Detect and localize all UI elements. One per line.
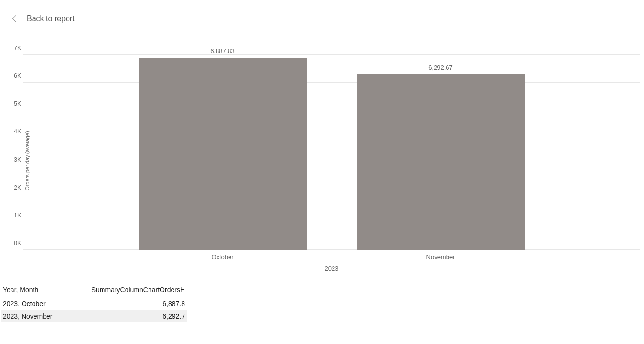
plot-area: 6,887.836,292.67 (23, 55, 640, 250)
bar-column: 6,292.67 (357, 74, 525, 250)
back-to-report-link[interactable]: Back to report (27, 14, 75, 23)
bar-column: 6,887.83 (139, 58, 307, 250)
x-axis-group-label: 2023 (23, 265, 640, 272)
table-cell-value: 6,292.7 (67, 312, 187, 320)
table-cell-label: 2023, October (1, 300, 67, 308)
table-row[interactable]: 2023, October6,887.8 (1, 297, 187, 310)
y-tick-label: 6K (14, 72, 21, 79)
table-cell-label: 2023, November (1, 312, 67, 320)
bar-value-label: 6,292.67 (357, 64, 525, 71)
y-tick-label: 5K (14, 100, 21, 107)
x-tick-label: November (357, 253, 525, 261)
y-tick-label: 1K (14, 212, 21, 219)
bar-value-label: 6,887.83 (139, 47, 307, 55)
x-axis-ticks: OctoberNovember (23, 253, 640, 261)
x-tick-label: October (139, 253, 307, 261)
y-tick-label: 7K (14, 45, 21, 51)
bar[interactable] (139, 58, 307, 250)
breadcrumb-header: Back to report (0, 0, 644, 23)
table-row[interactable]: 2023, November6,292.7 (1, 310, 187, 322)
y-tick-label: 4K (14, 128, 21, 135)
y-tick-label: 0K (14, 240, 21, 247)
table-header-value[interactable]: SummaryColumnChartOrdersH (67, 286, 187, 294)
table-cell-value: 6,887.8 (67, 300, 187, 308)
table-header-row: Year, Month SummaryColumnChartOrdersH (1, 283, 187, 297)
y-axis-ticks: 0K1K2K3K4K5K6K7K (11, 55, 21, 250)
back-chevron-icon[interactable] (12, 15, 19, 22)
bar[interactable] (357, 74, 525, 250)
focus-data-table: Year, Month SummaryColumnChartOrdersH 20… (1, 283, 187, 322)
column-chart: Orders per day (average) 0K1K2K3K4K5K6K7… (0, 48, 644, 273)
y-tick-label: 3K (14, 156, 21, 163)
table-header-year-month[interactable]: Year, Month (1, 286, 67, 294)
bars-container: 6,887.836,292.67 (23, 55, 640, 250)
table-body: 2023, October6,887.82023, November6,292.… (1, 297, 187, 322)
y-tick-label: 2K (14, 184, 21, 191)
